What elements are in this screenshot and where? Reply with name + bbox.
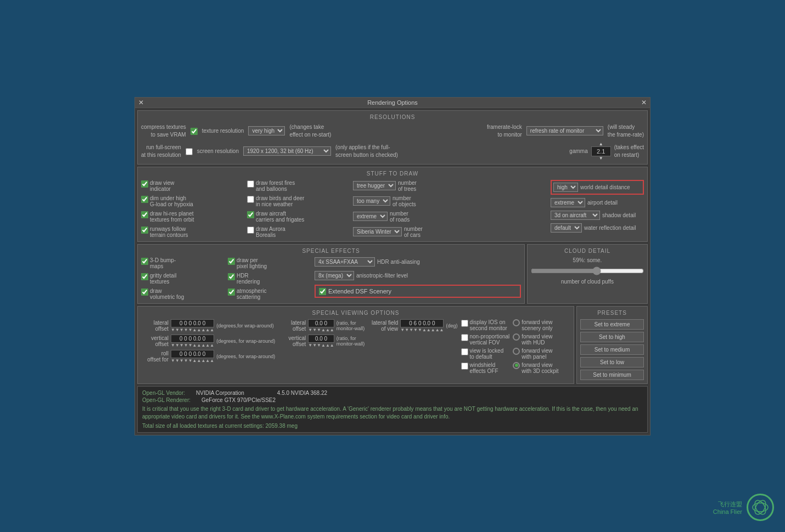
framerate-select[interactable]: refresh rate of monitor — [526, 126, 603, 135]
will-steady-label: (will steady the frame-rate) — [608, 123, 644, 139]
water-reflection-select[interactable]: default — [551, 223, 582, 233]
lateral-fov-spinner: 0 6 0 0.0 0 ▼▼▼▼▼ ▲▲▲▲▲ — [400, 319, 444, 332]
set-high-button[interactable]: Set to high — [580, 332, 644, 342]
extreme-roads-select[interactable]: extreme — [353, 212, 388, 221]
hdr-checkbox[interactable] — [228, 273, 235, 280]
effects-col2: draw perpixel lighting HDRrendering atmo… — [228, 257, 310, 300]
gl-renderer-key: Open-GL Renderer: — [142, 397, 190, 403]
cloud-slider-row — [531, 267, 644, 275]
compress-textures-checkbox[interactable] — [190, 128, 198, 135]
view-locked-checkbox[interactable] — [461, 348, 468, 355]
info-warning-row: It is critical that you use the right 3-… — [142, 405, 643, 421]
forward-hud-radio[interactable] — [513, 333, 520, 341]
branding: 飞行连盟 China Flier — [713, 494, 774, 521]
siberia-select[interactable]: Siberia Winter — [353, 227, 402, 236]
tree-hugger-select[interactable]: tree hugger — [353, 181, 396, 190]
roll-offset-spinner: 0 0 0 0.0 0 ▼▼▼▼▼ ▲▲▲▲▲ — [171, 350, 214, 363]
special-effects-title: SPECIAL EFFECTS — [141, 248, 521, 254]
close-button-right[interactable]: ✕ — [641, 99, 647, 106]
runways-follow: runways followterrain contours — [141, 226, 243, 238]
effects-col1: 3-D bump-maps gritty detailtextures draw… — [141, 257, 223, 300]
gl-renderer-val: GeForce GTX 970/PCIe/SSE2 — [201, 397, 276, 403]
gl-vendor-val: NVIDIA Corporation — [196, 390, 244, 396]
volumetric-fog-checkbox[interactable] — [141, 288, 148, 296]
airport-detail-select[interactable]: extreme — [551, 198, 585, 207]
windshield-checkbox[interactable] — [461, 363, 468, 370]
texture-resolution-select[interactable]: very high — [248, 126, 285, 135]
lateral-fov-value: 0 6 0 0.0 0 — [400, 319, 444, 327]
shadow-detail-select[interactable]: 3d on aircraft — [551, 211, 600, 220]
too-many-row: too many numberof objects — [353, 195, 546, 207]
brand-text: 飞行连盟 China Flier — [713, 500, 742, 515]
lateral-offset-spinner: 0 0 0 0.0 0 ▼▼▼▼▼ ▲▲▲▲▲ — [171, 319, 214, 332]
world-detail-select[interactable]: high — [553, 183, 578, 192]
tree-hugger-row: tree hugger numberof trees — [353, 180, 546, 192]
forward-panel-radio[interactable] — [513, 348, 520, 355]
world-detail-box: high world detail distance — [551, 180, 644, 195]
draw-view-checkbox[interactable] — [141, 180, 148, 188]
vertical-offset-ratio-value: 0.0 0 — [308, 335, 334, 343]
extended-dsf-group: Extended DSF Scenery — [315, 285, 521, 298]
forward-3d-radio[interactable] — [513, 362, 520, 369]
set-extreme-button[interactable]: Set to extreme — [580, 319, 644, 330]
special-effects-section: SPECIAL EFFECTS 3-D bump-maps gritty det… — [137, 244, 525, 304]
3d-bump-maps: 3-D bump-maps — [141, 257, 223, 269]
viewing-checkboxes-col: display IOS onsecond monitor non-proport… — [461, 319, 510, 374]
aircraft-carriers-checkbox[interactable] — [247, 211, 254, 218]
non-proportional-checkbox[interactable] — [461, 334, 468, 341]
svg-point-2 — [753, 499, 768, 516]
aurora-checkbox[interactable] — [247, 227, 254, 234]
close-button[interactable]: ✕ — [138, 99, 144, 106]
special-viewing-title: SPECIAL VIEWING OPTIONS — [141, 310, 570, 316]
view-locked: view is lockedto default — [461, 348, 510, 360]
screen-resolution-label: screen resolution — [197, 148, 239, 154]
display-ios-checkbox[interactable] — [461, 320, 468, 327]
cloud-slider-label: 59%: some. — [573, 257, 602, 263]
run-fullscreen-checkbox[interactable] — [186, 148, 193, 155]
forward-view-3d: forward viewwith 3D cockpit — [513, 362, 558, 374]
hires-planet-checkbox[interactable] — [141, 211, 148, 218]
brand-circle-svg — [750, 497, 771, 518]
set-minimum-button[interactable]: Set to minimum — [580, 370, 644, 380]
effects-cloud-row: SPECIAL EFFECTS 3-D bump-maps gritty det… — [137, 244, 648, 304]
vertical-offset-spinner: 0 0 0 0.0 0 ▼▼▼▼▼ ▲▲▲▲▲ — [171, 335, 214, 348]
gritty-detail-checkbox[interactable] — [141, 273, 148, 280]
cloud-slider[interactable] — [531, 267, 644, 275]
set-low-button[interactable]: Set to low — [580, 357, 644, 367]
atmospheric-checkbox[interactable] — [228, 288, 235, 296]
too-many-select[interactable]: too many — [353, 196, 390, 206]
compress-textures-label: compress textures to save VRAM — [141, 123, 186, 139]
vertical-offset-ratio-spinner: 0.0 0 ▼▼▼ ▲▲▲ — [308, 335, 334, 348]
extreme-roads-row: extreme numberof roads — [353, 211, 546, 223]
screen-resolution-select[interactable]: 1920 x 1200, 32 bit (60 Hz) — [243, 146, 331, 156]
only-applies-label: (only applies if the full- screen button… — [335, 144, 398, 159]
gamma-label: gamma — [569, 148, 587, 154]
info-size-row: Total size of all loaded textures at cur… — [142, 423, 643, 429]
effects-col3: 4x SSAA+FXAA HDR anti-aliasing 8x (mega)… — [315, 257, 521, 300]
per-pixel-checkbox[interactable] — [228, 258, 235, 265]
presets-title: PRESETS — [580, 310, 644, 316]
lateral-offset-ratio-value: 0.0 0 — [308, 319, 334, 327]
forest-fires-checkbox[interactable] — [247, 180, 254, 188]
3d-bump-checkbox[interactable] — [141, 258, 148, 265]
anisotropic-select[interactable]: 8x (mega) — [315, 271, 354, 280]
gamma-up-icon[interactable]: ▲ — [599, 142, 603, 146]
anti-aliasing-select[interactable]: 4x SSAA+FXAA — [315, 257, 375, 267]
lateral-offset-degrees: lateraloffset 0 0 0 0.0 0 ▼▼▼▼▼ ▲▲▲▲▲ (d… — [141, 319, 275, 332]
takes-effect-label: (takes effect on restart) — [614, 144, 644, 159]
dim-under-checkbox[interactable] — [141, 196, 148, 203]
atmospheric-scattering: atmosphericscattering — [228, 288, 310, 300]
gritty-detail: gritty detailtextures — [141, 273, 223, 285]
set-medium-button[interactable]: Set to medium — [580, 344, 644, 355]
framerate-lock-label: framerate-lock to monitor — [487, 123, 522, 139]
runways-checkbox[interactable] — [141, 227, 148, 234]
presets-col: Set to extreme Set to high Set to medium… — [580, 319, 644, 380]
birds-deer-checkbox[interactable] — [247, 196, 254, 203]
forward-scenery-radio[interactable] — [513, 319, 520, 326]
gl-vendor-key: Open-GL Vendor: — [142, 390, 185, 396]
extended-dsf-checkbox[interactable] — [319, 288, 326, 295]
gamma-down-icon[interactable]: ▼ — [599, 156, 603, 161]
vertical-offset-value: 0 0 0 0.0 0 — [171, 335, 214, 343]
draw-aircraft-carriers: draw aircraftcarriers and frigates — [247, 211, 349, 223]
resolutions-row1: compress textures to save VRAM texture r… — [141, 123, 644, 139]
